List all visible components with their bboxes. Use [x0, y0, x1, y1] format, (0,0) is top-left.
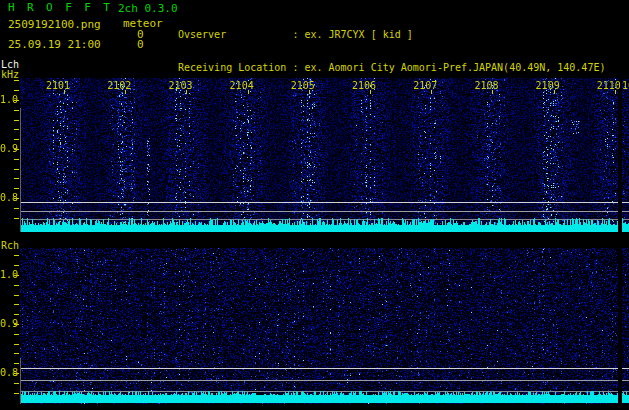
rch-panel-label: Rch	[1, 241, 19, 251]
freq-tick-mark	[14, 285, 19, 286]
freq-tick-mark	[14, 393, 19, 394]
observation-datetime: 25.09.19 21:00	[8, 39, 101, 50]
time-tick-mark	[64, 90, 65, 94]
freq-tick-mark	[14, 208, 19, 209]
time-label: 2109	[536, 81, 560, 91]
app-title: H R O F F T	[8, 2, 113, 13]
freq-tick-mark	[14, 383, 19, 384]
freq-tick-mark	[14, 129, 19, 130]
freq-tick-label: 0.8	[0, 193, 18, 203]
freq-tick-mark	[14, 110, 19, 111]
time-tick-mark	[309, 90, 310, 94]
time-label: 2108	[474, 81, 498, 91]
time-tick-mark	[186, 90, 187, 94]
output-filename: 2509192100.png	[8, 19, 101, 30]
location-line: Receiving Location : ex. Aomori City Aom…	[178, 62, 629, 73]
freq-tick-mark	[14, 139, 19, 140]
freq-tick-mark	[14, 314, 19, 315]
partial-time-label: 10	[622, 81, 629, 91]
freq-tick-mark	[14, 255, 19, 256]
freq-axis-unit-label: kHz	[1, 70, 19, 80]
time-label: 2101	[46, 81, 70, 91]
time-label: 2107	[413, 81, 437, 91]
observer-line: Ovserver : ex. JR7CYX [ kid ]	[178, 29, 629, 40]
freq-tick-mark	[14, 295, 19, 296]
time-label: 2105	[291, 81, 315, 91]
time-tick-mark	[370, 90, 371, 94]
time-label: 2103	[168, 81, 192, 91]
freq-tick-mark	[14, 169, 19, 170]
time-tick-mark	[492, 90, 493, 94]
freq-tick-label: 1.0	[0, 270, 18, 280]
freq-tick-mark	[14, 363, 19, 364]
time-tick-mark	[615, 90, 616, 94]
time-tick-mark	[248, 90, 249, 94]
freq-tick-mark	[14, 159, 19, 160]
freq-tick-mark	[14, 304, 19, 305]
freq-tick-mark	[14, 334, 19, 335]
time-label: 2104	[230, 81, 254, 91]
time-label: 2110	[597, 81, 621, 91]
freq-tick-mark	[14, 265, 19, 266]
freq-tick-mark	[14, 353, 19, 354]
freq-tick-mark	[14, 344, 19, 345]
freq-tick-mark	[14, 188, 19, 189]
time-tick-mark	[125, 90, 126, 94]
freq-tick-mark	[14, 90, 19, 91]
app-version: 2ch 0.3.0	[118, 3, 178, 14]
freq-tick-label: 0.8	[0, 368, 18, 378]
freq-tick-mark	[14, 120, 19, 121]
rch-spectrogram	[20, 248, 629, 404]
time-tick-mark	[431, 90, 432, 94]
freq-tick-label: 1.0	[0, 95, 18, 105]
time-label: 2102	[107, 81, 131, 91]
freq-tick-mark	[14, 80, 19, 81]
time-tick-mark	[554, 90, 555, 94]
meteor-count-2: 0	[137, 39, 144, 50]
freq-tick-mark	[14, 218, 19, 219]
lch-spectrogram	[20, 78, 629, 232]
freq-tick-label: 0.9	[0, 144, 18, 154]
hrofft-screen: H R O F F T 2ch 0.3.0 2509192100.png met…	[0, 0, 629, 410]
freq-tick-mark	[14, 178, 19, 179]
time-label: 2106	[352, 81, 376, 91]
freq-tick-label: 0.9	[0, 319, 18, 329]
